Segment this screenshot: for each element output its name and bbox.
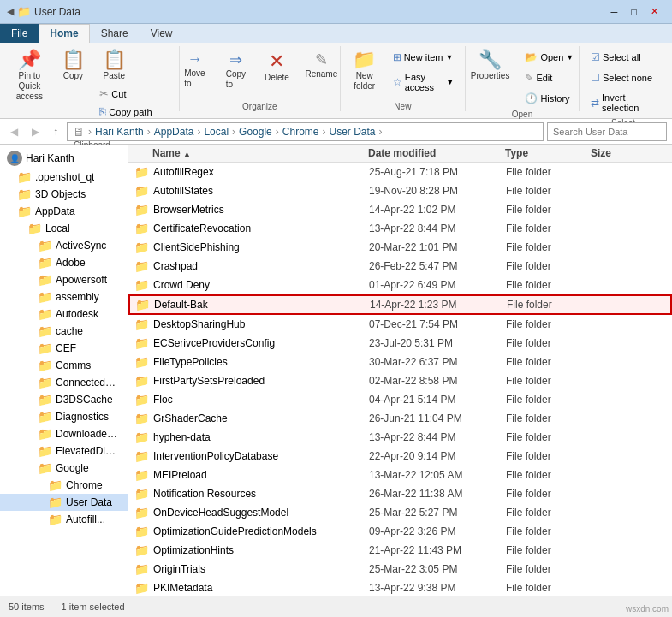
delete-button[interactable]: ✕ Delete <box>258 46 295 86</box>
table-row[interactable]: 📁 Notification Resources 26-Mar-22 11:38… <box>128 484 672 503</box>
folder-icon: 📁 <box>17 187 32 201</box>
file-date: 26-Feb-22 5:47 PM <box>369 260 506 272</box>
sidebar-item-local[interactable]: 📁 Local <box>0 220 128 237</box>
search-input[interactable] <box>547 122 667 141</box>
table-row[interactable]: 📁 Crowd Deny 01-Apr-22 6:49 PM File fold… <box>128 276 672 294</box>
file-date: 13-Apr-22 8:44 PM <box>369 431 506 443</box>
sidebar-item-cache[interactable]: 📁 cache <box>0 323 128 340</box>
sidebar-item-autodesk[interactable]: 📁 Autodesk <box>0 306 128 323</box>
table-row[interactable]: 📁 OptimizationHints 21-Apr-22 11:43 PM F… <box>128 541 672 560</box>
path-google[interactable]: Google <box>239 126 272 138</box>
properties-button[interactable]: 🔧 Properties <box>465 46 516 85</box>
table-row[interactable]: 📁 AutofillRegex 25-Aug-21 7:18 PM File f… <box>128 163 672 181</box>
sidebar-item-comms[interactable]: 📁 Comms <box>0 357 128 374</box>
sidebar-item-elevateddiag[interactable]: 📁 ElevatedDiag... <box>0 442 128 460</box>
copy-path-button[interactable]: ⎘ Copy path <box>95 103 156 121</box>
status-count: 50 items <box>9 602 45 612</box>
table-row[interactable]: 📁 Crashpad 26-Feb-22 5:47 PM File folder <box>128 257 672 276</box>
table-row[interactable]: 📁 Floc 04-Apr-21 5:14 PM File folder <box>128 390 672 409</box>
path-hari-kanth[interactable]: Hari Kanth <box>95 126 144 138</box>
edit-button[interactable]: ✎ Edit <box>519 68 580 87</box>
up-button[interactable]: ↑ <box>48 123 63 140</box>
table-row[interactable]: 📁 DesktopSharingHub 07-Dec-21 7:54 PM Fi… <box>128 315 672 334</box>
copy-to-button[interactable]: ⇒ Copy to <box>217 46 254 94</box>
table-row[interactable]: 📁 CertificateRevocation 13-Apr-22 8:44 P… <box>128 219 672 238</box>
table-row[interactable]: 📁 MEIPreload 13-Mar-22 12:05 AM File fol… <box>128 466 672 484</box>
tab-share[interactable]: Share <box>90 24 140 43</box>
sidebar-item-google[interactable]: 📁 Google <box>0 460 128 477</box>
col-header-size[interactable]: Size <box>591 147 659 159</box>
file-name: Notification Resources <box>153 488 369 500</box>
path-user-data[interactable]: User Data <box>329 126 375 138</box>
table-row[interactable]: 📁 Default-Bak 14-Apr-22 1:23 PM File fol… <box>128 294 672 315</box>
history-button[interactable]: 🕐 History <box>519 89 580 108</box>
table-row[interactable]: 📁 OriginTrials 25-Mar-22 3:05 PM File fo… <box>128 560 672 578</box>
table-row[interactable]: 📁 FileTypePolicies 30-Mar-22 6:37 PM Fil… <box>128 353 672 371</box>
move-to-button[interactable]: → Move to <box>175 46 213 93</box>
select-none-button[interactable]: ☐ Select none <box>585 68 662 87</box>
paste-button[interactable]: 📋 Paste <box>95 46 133 85</box>
tab-view[interactable]: View <box>140 24 184 43</box>
clipboard-group: 📌 Pin to Quick access 📋 Copy 📋 Paste ✂ <box>5 46 180 111</box>
sidebar-item-appdata[interactable]: 📁 AppData <box>0 203 128 220</box>
back-arrow[interactable]: ◀ <box>7 6 14 17</box>
sidebar-item-diagnostics[interactable]: 📁 Diagnostics <box>0 408 128 425</box>
sidebar-item-chrome[interactable]: 📁 Chrome <box>0 477 128 494</box>
table-row[interactable]: 📁 InterventionPolicyDatabase 22-Apr-20 9… <box>128 447 672 466</box>
address-path[interactable]: 🖥 › Hari Kanth › AppData › Local › Googl… <box>67 122 544 141</box>
tab-file[interactable]: File <box>0 24 39 43</box>
sidebar-item-apowersoft[interactable]: 📁 Apowersoft <box>0 271 128 288</box>
new-item-button[interactable]: ⊞ New item ▼ <box>387 48 460 67</box>
new-group: 📁 New folder ⊞ New item ▼ ☆ Easy access … <box>341 46 466 111</box>
sidebar-item-connectedde[interactable]: 📁 ConnectedDe... <box>0 374 128 391</box>
tab-home[interactable]: Home <box>39 24 89 43</box>
path-local[interactable]: Local <box>204 126 229 138</box>
table-row[interactable]: 📁 BrowserMetrics 14-Apr-22 1:02 PM File … <box>128 200 672 219</box>
path-appdata[interactable]: AppData <box>154 126 194 138</box>
sidebar-item-d3dscache[interactable]: 📁 D3DSCache <box>0 391 128 408</box>
minimize-btn[interactable]: ─ <box>604 5 625 19</box>
back-button[interactable]: ◀ <box>5 123 23 140</box>
sidebar-item-openshot[interactable]: 📁 .openshot_qt <box>0 169 128 186</box>
cut-button[interactable]: ✂ Cut <box>95 85 130 103</box>
rename-button[interactable]: ✎ Rename <box>299 46 343 83</box>
table-row[interactable]: 📁 ECSerivceProvidersConfig 23-Jul-20 5:3… <box>128 334 672 353</box>
sidebar-item-cef[interactable]: 📁 CEF <box>0 340 128 357</box>
file-icon: 📁 <box>129 506 153 519</box>
table-row[interactable]: 📁 OnDeviceHeadSuggestModel 25-Mar-22 5:2… <box>128 503 672 522</box>
file-icon: 📁 <box>129 222 153 235</box>
file-name: hyphen-data <box>153 431 369 443</box>
table-row[interactable]: 📁 GrShaderCache 26-Jun-21 11:04 PM File … <box>128 409 672 428</box>
table-row[interactable]: 📁 PKIMetadata 13-Apr-22 9:38 PM File fol… <box>128 578 672 596</box>
file-name: ClientSidePhishing <box>153 241 369 253</box>
copy-label: Copy <box>63 71 83 80</box>
sidebar-item-userdata[interactable]: 📁 User Data <box>0 494 128 511</box>
sidebar-item-adobe[interactable]: 📁 Adobe <box>0 254 128 271</box>
maximize-btn[interactable]: □ <box>624 5 644 19</box>
easy-access-button[interactable]: ☆ Easy access ▼ <box>387 68 460 96</box>
invert-selection-button[interactable]: ⇄ Invert selection <box>585 89 662 116</box>
sidebar-item-assembly[interactable]: 📁 assembly <box>0 288 128 306</box>
col-header-date[interactable]: Date modified <box>368 147 505 159</box>
edit-icon: ✎ <box>525 72 533 84</box>
table-row[interactable]: 📁 ClientSidePhishing 20-Mar-22 1:01 PM F… <box>128 238 672 257</box>
table-row[interactable]: 📁 FirstPartySetsPreloaded 02-Mar-22 8:58… <box>128 371 672 390</box>
select-all-button[interactable]: ☑ Select all <box>585 48 662 67</box>
table-row[interactable]: 📁 OptimizationGuidePredictionModels 09-A… <box>128 522 672 541</box>
new-folder-button[interactable]: 📁 New folder <box>346 46 384 96</box>
sidebar-item-autofill[interactable]: 📁 Autofill... <box>0 511 128 528</box>
forward-button[interactable]: ▶ <box>27 123 45 140</box>
table-row[interactable]: 📁 hyphen-data 13-Apr-22 8:44 PM File fol… <box>128 428 672 447</box>
sidebar-item-activesync[interactable]: 📁 ActiveSync <box>0 237 128 254</box>
path-chrome[interactable]: Chrome <box>282 126 319 138</box>
file-icon: 📁 <box>129 278 153 292</box>
col-header-name[interactable]: Name ▲ <box>128 147 368 159</box>
sidebar-item-3dobjects[interactable]: 📁 3D Objects <box>0 186 128 203</box>
open-button[interactable]: 📂 Open ▼ <box>519 48 580 67</box>
col-header-type[interactable]: Type <box>505 147 591 159</box>
copy-button[interactable]: 📋 Copy <box>54 46 92 85</box>
close-btn[interactable]: ✕ <box>644 4 665 19</box>
table-row[interactable]: 📁 AutofillStates 19-Nov-20 8:28 PM File … <box>128 181 672 200</box>
pin-quick-access-button[interactable]: 📌 Pin to Quick access <box>8 46 51 106</box>
sidebar-item-downloaded[interactable]: 📁 Downloaded... <box>0 425 128 442</box>
